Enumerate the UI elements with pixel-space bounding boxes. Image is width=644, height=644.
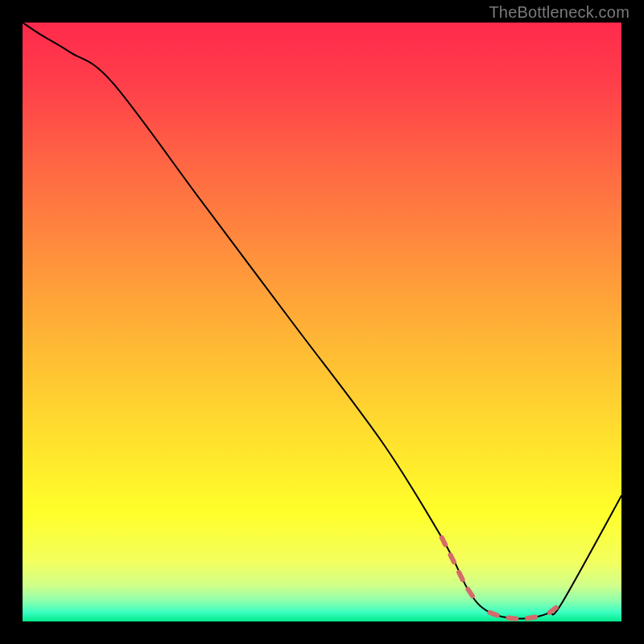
chart-frame: TheBottleneck.com: [0, 0, 644, 644]
chart-background: [23, 23, 621, 621]
bottleneck-chart: [0, 0, 644, 644]
